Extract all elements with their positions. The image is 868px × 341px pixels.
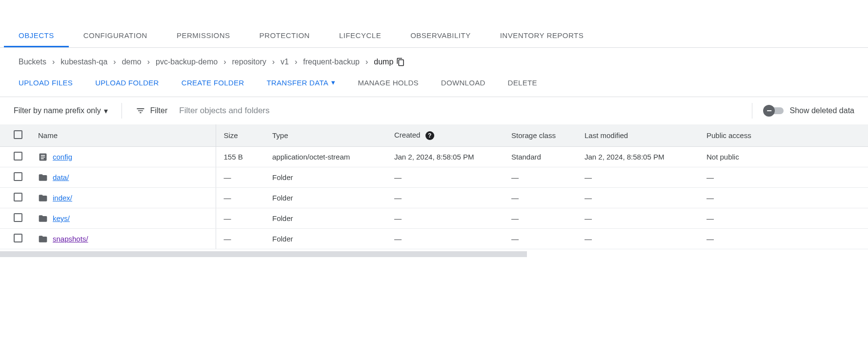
object-link[interactable]: data/ (53, 173, 69, 181)
breadcrumb-dump: dump (374, 58, 393, 66)
column-last-modified[interactable]: Last modified (577, 124, 699, 147)
scrollbar-thumb[interactable] (0, 251, 527, 257)
chevron-right-icon: › (272, 58, 275, 66)
breadcrumb-v1[interactable]: v1 (281, 58, 289, 66)
row-checkbox[interactable] (14, 172, 22, 181)
column-name[interactable]: Name (30, 124, 216, 147)
breadcrumb-demo[interactable]: demo (122, 58, 141, 66)
filter-input[interactable] (177, 104, 455, 118)
help-icon[interactable]: ? (425, 131, 434, 140)
breadcrumb-kubestash-qa[interactable]: kubestash-qa (61, 58, 107, 66)
cell-size: — (216, 208, 264, 229)
cell-storage-class: — (504, 188, 577, 208)
chevron-right-icon: › (52, 58, 55, 66)
manage-holds-button[interactable]: MANAGE HOLDS (358, 79, 418, 87)
cell-type: Folder (264, 167, 386, 188)
breadcrumbs: Buckets›kubestash-qa›demo›pvc-backup-dem… (0, 48, 868, 74)
cell-last-modified: — (577, 229, 699, 249)
cell-created: — (386, 167, 504, 188)
column-created[interactable]: Created ? (386, 124, 504, 147)
column-size[interactable]: Size (216, 124, 264, 147)
column-created-label: Created (394, 131, 420, 139)
filter-prefix-dropdown[interactable]: Filter by name prefix only ▾ (14, 106, 108, 116)
object-link[interactable]: keys/ (53, 214, 70, 222)
breadcrumb-buckets[interactable]: Buckets (19, 58, 46, 66)
breadcrumb-repository[interactable]: repository (232, 58, 266, 66)
row-checkbox[interactable] (14, 213, 22, 222)
action-bar: UPLOAD FILES UPLOAD FOLDER CREATE FOLDER… (0, 74, 868, 97)
object-link[interactable]: index/ (53, 194, 72, 202)
folder-icon (38, 193, 48, 203)
breadcrumb-frequent-backup[interactable]: frequent-backup (303, 58, 360, 66)
upload-folder-button[interactable]: UPLOAD FOLDER (95, 79, 159, 87)
select-all-checkbox[interactable] (14, 130, 22, 139)
cell-public-access: — (699, 167, 868, 188)
transfer-data-button[interactable]: TRANSFER DATA ▾ (266, 78, 335, 87)
delete-button[interactable]: DELETE (508, 79, 537, 87)
tab-protection[interactable]: PROTECTION (245, 24, 324, 47)
tab-lifecycle[interactable]: LIFECYCLE (324, 24, 396, 47)
table-body: config155 Bapplication/octet-streamJan 2… (0, 147, 868, 249)
divider (752, 103, 752, 119)
row-checkbox[interactable] (14, 193, 22, 201)
object-link[interactable]: config (53, 153, 72, 161)
create-folder-button[interactable]: CREATE FOLDER (182, 79, 244, 87)
table-header-row: Name Size Type Created ? Storage class L… (0, 124, 868, 147)
object-link[interactable]: snapshots/ (53, 235, 88, 243)
row-checkbox[interactable] (14, 234, 22, 242)
breadcrumb-pvc-backup-demo[interactable]: pvc-backup-demo (156, 58, 218, 66)
filter-bar: Filter by name prefix only ▾ Filter − Sh… (0, 97, 868, 124)
column-public-access[interactable]: Public access (699, 124, 868, 147)
toggle-knob: − (763, 105, 775, 117)
upload-files-button[interactable]: UPLOAD FILES (19, 79, 73, 87)
cell-size: — (216, 188, 264, 208)
cell-last-modified: — (577, 188, 699, 208)
tab-permissions[interactable]: PERMISSIONS (162, 24, 245, 47)
cell-created: — (386, 188, 504, 208)
show-deleted-toggle[interactable]: − (766, 107, 784, 114)
cell-size: — (216, 167, 264, 188)
table-row: data/—Folder———— (0, 167, 868, 188)
cell-size: — (216, 229, 264, 249)
cell-created: — (386, 208, 504, 229)
cell-type: Folder (264, 188, 386, 208)
column-storage-class[interactable]: Storage class (504, 124, 577, 147)
show-deleted-label: Show deleted data (789, 106, 854, 115)
horizontal-scrollbar[interactable] (0, 251, 527, 257)
chevron-right-icon: › (223, 58, 226, 66)
dropdown-arrow-icon: ▾ (104, 106, 108, 116)
cell-public-access: Not public (699, 147, 868, 167)
filter-label: Filter (150, 106, 168, 115)
folder-icon (38, 234, 48, 244)
file-icon (38, 152, 48, 162)
cell-type: application/octet-stream (264, 147, 386, 167)
cell-created: — (386, 229, 504, 249)
dropdown-arrow-icon: ▾ (331, 78, 335, 87)
cell-public-access: — (699, 208, 868, 229)
cell-storage-class: Standard (504, 147, 577, 167)
download-button[interactable]: DOWNLOAD (441, 79, 485, 87)
chevron-right-icon: › (113, 58, 116, 66)
cell-storage-class: — (504, 167, 577, 188)
folder-icon (38, 173, 48, 182)
cell-storage-class: — (504, 208, 577, 229)
filter-button[interactable]: Filter (136, 106, 168, 116)
cell-last-modified: Jan 2, 2024, 8:58:05 PM (577, 147, 699, 167)
table-row: config155 Bapplication/octet-streamJan 2… (0, 147, 868, 167)
tab-objects[interactable]: OBJECTS (4, 24, 69, 47)
tab-inventory-reports[interactable]: INVENTORY REPORTS (485, 24, 599, 47)
filter-prefix-label: Filter by name prefix only (14, 106, 101, 115)
copy-path-icon[interactable] (396, 58, 405, 66)
cell-last-modified: — (577, 208, 699, 229)
table-row: index/—Folder———— (0, 188, 868, 208)
cell-type: Folder (264, 208, 386, 229)
column-type[interactable]: Type (264, 124, 386, 147)
row-checkbox[interactable] (14, 152, 22, 160)
chevron-right-icon: › (147, 58, 150, 66)
show-deleted-toggle-container: − Show deleted data (766, 106, 854, 115)
cell-size: 155 B (216, 147, 264, 167)
tab-configuration[interactable]: CONFIGURATION (69, 24, 162, 47)
tab-observability[interactable]: OBSERVABILITY (396, 24, 485, 47)
tabs-bar: OBJECTSCONFIGURATIONPERMISSIONSPROTECTIO… (0, 24, 868, 48)
cell-created: Jan 2, 2024, 8:58:05 PM (386, 147, 504, 167)
